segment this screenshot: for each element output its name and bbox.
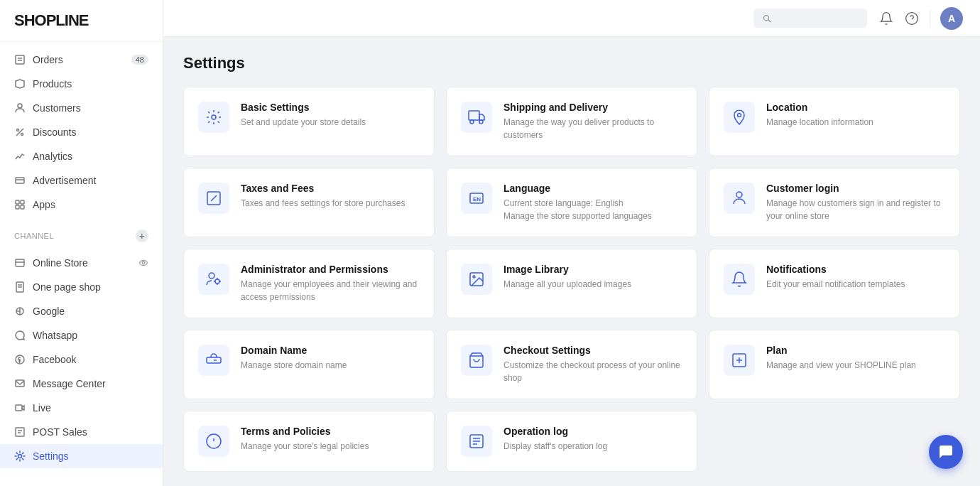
sidebar-item-whatsapp[interactable]: Whatsapp — [0, 323, 163, 347]
sidebar-item-facebook[interactable]: Facebook — [0, 347, 163, 372]
channel-section: Channel + — [0, 222, 163, 245]
plan-icon — [724, 345, 755, 376]
sidebar-item-orders[interactable]: Orders 48 — [0, 48, 163, 72]
nav-main: Orders 48 Products Customers Discounts A… — [0, 42, 163, 222]
add-channel-button[interactable]: + — [136, 230, 148, 242]
sidebar-item-customers[interactable]: Customers — [0, 96, 163, 120]
svg-rect-26 — [16, 405, 22, 411]
card-shipping[interactable]: Shipping and Delivery Manage the way you… — [446, 87, 697, 156]
card-admin[interactable]: Administrator and Permissions Manage you… — [183, 249, 435, 318]
sidebar-item-advertisement[interactable]: Advertisement — [0, 168, 163, 193]
search-bar[interactable] — [753, 9, 867, 28]
basic-settings-text: Basic Settings Set and update your store… — [241, 102, 366, 129]
operation-log-title: Operation log — [503, 426, 607, 437]
sidebar-item-discounts[interactable]: Discounts — [0, 120, 163, 144]
terms-text: Terms and Policies Manage your store's l… — [241, 426, 369, 453]
svg-point-47 — [209, 273, 214, 279]
admin-title: Administrator and Permissions — [241, 264, 420, 275]
help-icon[interactable] — [904, 11, 920, 26]
checkout-title: Checkout Settings — [503, 345, 682, 356]
search-icon — [762, 14, 772, 23]
sidebar-item-apps[interactable]: Apps — [0, 193, 163, 217]
shipping-desc: Manage the way you deliver products to c… — [503, 116, 682, 141]
sidebar-label-google: Google — [33, 306, 65, 317]
sidebar-label-apps: Apps — [33, 199, 55, 210]
svg-point-30 — [18, 455, 22, 458]
svg-rect-12 — [21, 205, 24, 209]
checkout-desc: Customize the checkout process of your o… — [503, 359, 682, 384]
svg-point-50 — [473, 276, 475, 278]
card-terms[interactable]: Terms and Policies Manage your store's l… — [183, 411, 435, 472]
topbar-icons: A — [878, 7, 963, 30]
chat-button[interactable] — [929, 435, 963, 469]
avatar[interactable]: A — [940, 7, 963, 30]
svg-rect-7 — [16, 178, 24, 183]
svg-point-16 — [142, 261, 145, 264]
svg-point-35 — [212, 115, 216, 119]
notifications-icon[interactable] — [878, 11, 894, 26]
taxes-desc: Taxes and fees settings for store purcha… — [241, 197, 405, 210]
sidebar-item-one-page[interactable]: One page shop — [0, 275, 163, 299]
settings-content: Settings Basic Settings Set and update y… — [163, 37, 980, 486]
notifications-desc: Edit your email notification templates — [766, 278, 905, 291]
sidebar-label-live: Live — [33, 402, 51, 414]
location-title: Location — [766, 102, 873, 113]
image-library-text: Image Library Manage all your uploaded i… — [503, 264, 631, 291]
svg-point-31 — [764, 15, 769, 20]
plan-title: Plan — [766, 345, 916, 356]
shipping-text: Shipping and Delivery Manage the way you… — [503, 102, 682, 141]
card-plan[interactable]: Plan Manage and view your SHOPLINE plan — [709, 330, 960, 399]
image-library-title: Image Library — [503, 264, 631, 275]
sidebar-label-whatsapp: Whatsapp — [33, 330, 77, 341]
location-text: Location Manage location information — [766, 102, 873, 129]
sidebar-item-products[interactable]: Products — [0, 72, 163, 96]
sidebar-label-post-sales: POST Sales — [33, 426, 87, 438]
page-title: Settings — [183, 54, 960, 72]
svg-rect-0 — [16, 55, 24, 64]
card-operation-log[interactable]: Operation log Display staff's operation … — [446, 411, 697, 472]
card-image-library[interactable]: Image Library Manage all your uploaded i… — [446, 249, 697, 318]
notifications-text: Notifications Edit your email notificati… — [766, 264, 905, 291]
sidebar-item-online-store[interactable]: Online Store — [0, 251, 163, 275]
svg-point-46 — [736, 192, 742, 198]
sidebar-item-analytics[interactable]: Analytics — [0, 144, 163, 168]
terms-desc: Manage your store's legal policies — [241, 440, 369, 453]
card-customer-login[interactable]: Customer login Manage how customers sign… — [709, 168, 960, 237]
svg-point-37 — [470, 120, 474, 124]
domain-icon — [198, 345, 229, 376]
svg-rect-9 — [16, 200, 19, 204]
card-checkout[interactable]: Checkout Settings Customize the checkout… — [446, 330, 697, 399]
notifications-card-icon — [724, 264, 755, 295]
checkout-text: Checkout Settings Customize the checkout… — [503, 345, 682, 384]
card-notifications[interactable]: Notifications Edit your email notificati… — [709, 249, 960, 318]
admin-desc: Manage your employees and their viewing … — [241, 278, 420, 303]
basic-settings-desc: Set and update your store details — [241, 116, 366, 129]
orders-badge: 48 — [131, 55, 148, 65]
basic-settings-icon — [198, 102, 229, 133]
card-domain[interactable]: Domain Name Manage store domain name — [183, 330, 435, 399]
card-language[interactable]: EN Language Current store language: Engl… — [446, 168, 697, 237]
customer-login-text: Customer login Manage how customers sign… — [766, 183, 945, 222]
card-basic-settings[interactable]: Basic Settings Set and update your store… — [183, 87, 435, 156]
sidebar-item-google[interactable]: Google — [0, 299, 163, 323]
svg-text:EN: EN — [473, 196, 481, 202]
svg-point-38 — [479, 120, 483, 124]
svg-point-15 — [140, 261, 148, 266]
sidebar-item-live[interactable]: Live — [0, 396, 163, 420]
card-location[interactable]: Location Manage location information — [709, 87, 960, 156]
card-taxes[interactable]: Taxes and Fees Taxes and fees settings f… — [183, 168, 435, 237]
svg-point-48 — [215, 279, 219, 284]
svg-line-32 — [768, 19, 771, 22]
sidebar-label-facebook: Facebook — [33, 354, 76, 365]
customer-login-title: Customer login — [766, 183, 945, 194]
sidebar-item-settings[interactable]: Settings — [0, 444, 163, 468]
main-content: A Settings Basic Settings Set and update… — [163, 0, 980, 486]
settings-grid: Basic Settings Set and update your store… — [183, 87, 960, 472]
sidebar-item-message-center[interactable]: Message Center — [0, 372, 163, 396]
sidebar-label-online-store: Online Store — [33, 257, 88, 269]
sidebar-item-post-sales[interactable]: POST Sales — [0, 420, 163, 444]
terms-title: Terms and Policies — [241, 426, 369, 437]
plan-text: Plan Manage and view your SHOPLINE plan — [766, 345, 916, 372]
language-text: Language Current store language: English… — [503, 183, 652, 222]
sidebar-label-discounts: Discounts — [33, 126, 76, 138]
